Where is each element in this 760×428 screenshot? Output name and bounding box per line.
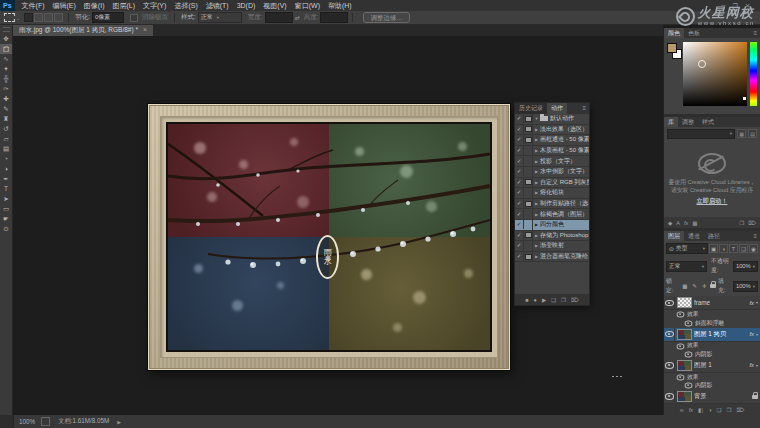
fx-icon[interactable]: fx [684,220,688,226]
launch-now-link[interactable]: 立即启动！ [697,197,728,205]
tab-paths[interactable]: 路径 [704,231,724,241]
action-row[interactable]: ✓ ▶ 渐变映射 [515,241,589,252]
menu-layer[interactable]: 图层(L) [108,0,139,11]
eye-icon[interactable] [677,312,685,318]
lock-move-icon[interactable]: ✛ [700,282,708,291]
dodge-tool[interactable]: ◑ [0,164,12,174]
action-check-icon[interactable]: ✓ [515,241,524,250]
tab-actions[interactable]: 动作 [547,103,567,114]
fx-badge[interactable]: fx [749,331,754,337]
lasso-tool[interactable]: ∿ [0,54,12,64]
action-check-icon[interactable]: ✓ [515,146,524,155]
menu-file[interactable]: 文件(F) [18,0,49,11]
foreground-color-swatch[interactable] [667,43,677,53]
effects-collapse-icon[interactable]: ▾ [756,363,758,368]
feather-input[interactable]: 0像素 [92,12,124,23]
swatch-icon[interactable]: ◆ [668,220,672,226]
action-row[interactable]: ✓ ▶ 淡出效果（选区） [515,125,589,136]
panel-resize-dots-icon[interactable] [611,375,623,378]
action-dialog-toggle[interactable] [524,220,533,230]
filter-toggle-icon[interactable]: ◉ [749,244,758,253]
collapse-icon[interactable]: ▶ [533,169,540,174]
menu-select[interactable]: 选择(S) [170,0,201,11]
panel-menu-icon[interactable]: ≡ [750,28,760,38]
add-selection-button[interactable] [34,13,43,22]
color-cursor-icon[interactable] [698,60,706,68]
eye-icon[interactable] [677,343,685,349]
opacity-input[interactable]: 100% ▾ [733,261,758,272]
list-view-icon[interactable]: ▤ [748,129,757,138]
effects-header-row[interactable]: 效果 [664,373,760,382]
tab-close-icon[interactable]: × [143,24,147,36]
action-row[interactable]: ✓ ▶ 熔化铅块 [515,188,589,199]
shape-tool[interactable]: ▭ [0,204,12,214]
lock-transparency-icon[interactable]: ▦ [681,282,689,291]
height-input[interactable] [320,12,348,23]
layer-thumbnail[interactable] [677,360,692,371]
hue-slider[interactable] [750,42,757,106]
filter-pixel-icon[interactable]: ▣ [709,244,718,253]
collapse-icon[interactable]: ▶ [533,148,540,153]
collapse-icon[interactable]: ▶ [533,159,540,164]
action-check-icon[interactable]: ✓ [515,210,524,219]
tab-channels[interactable]: 通道 [684,231,704,241]
pen-tool[interactable]: ✒ [0,174,12,184]
zoom-level-field[interactable]: 100% [19,418,35,425]
filter-type-icon[interactable]: T [729,244,738,253]
action-check-icon[interactable]: ✓ [515,114,524,123]
action-dialog-toggle[interactable] [524,188,533,198]
zoom-tool[interactable]: ⊙ [0,224,12,234]
subtract-selection-button[interactable] [44,13,53,22]
lock-paint-icon[interactable]: ✎ [691,282,699,291]
eye-icon[interactable] [685,383,693,389]
record-icon[interactable]: ● [534,297,537,303]
visibility-toggle[interactable] [664,390,675,403]
action-row[interactable]: ✓ ▶ 混合器画笔克隆绘... [515,252,589,263]
saturation-brightness-field[interactable] [683,42,747,106]
action-check-icon[interactable]: ✓ [515,220,524,229]
menu-image[interactable]: 图像(I) [80,0,109,11]
quick-selection-tool[interactable]: ✦ [0,64,12,74]
layer-thumbnail[interactable] [677,329,692,340]
new-action-icon[interactable]: ❐ [561,297,566,303]
effect-row-inner-shadow[interactable]: 内阴影 [664,381,760,390]
action-set-row[interactable]: ✓ ▼ 默认动作 [515,114,589,125]
layer-row-frame[interactable]: frame fx ▾ [664,296,760,310]
text-style-icon[interactable]: A [676,220,680,226]
collapse-icon[interactable]: ▶ [533,127,540,132]
crop-tool[interactable]: ╬ [0,74,12,84]
action-row[interactable]: ✓ ▶ 木质画框 - 50 像素 [515,146,589,157]
refine-edge-button[interactable]: 调整边缘… [363,12,410,23]
action-check-icon[interactable]: ✓ [515,231,524,240]
menu-window[interactable]: 窗口(W) [291,0,324,11]
delete-layer-icon[interactable]: ⌦ [736,407,744,413]
visibility-toggle[interactable] [664,328,675,341]
collapse-icon[interactable]: ▶ [533,254,540,259]
move-tool[interactable]: ✥ [0,34,12,44]
layer-mask-icon[interactable]: ◧ [698,407,703,413]
action-check-icon[interactable]: ✓ [515,199,524,208]
effect-row-bevel[interactable]: 斜面和浮雕 [664,319,760,328]
action-row[interactable]: ✓ ▶ 制作剪贴路径（选... [515,199,589,210]
action-dialog-toggle[interactable] [524,241,533,251]
action-dialog-toggle[interactable] [524,146,533,156]
fx-badge[interactable]: fx [749,362,754,368]
menu-type[interactable]: 文字(Y) [139,0,170,11]
active-tool-icon[interactable] [4,13,15,22]
tab-libraries[interactable]: 库 [664,117,678,127]
action-dialog-toggle[interactable] [524,209,533,219]
layer-row-layer1-copy[interactable]: 图层 1 拷贝 fx ▾ [664,328,760,342]
tab-styles[interactable]: 样式 [698,117,718,127]
brush-tool[interactable]: ✎ [0,104,12,114]
new-library-icon[interactable]: ❐ [739,220,744,226]
swap-dimensions-icon[interactable]: ⇄ [295,14,300,21]
tool-preset-caret-icon[interactable]: ⌄ [16,15,20,21]
type-tool[interactable]: T [0,184,12,194]
action-dialog-toggle[interactable] [524,252,533,262]
action-check-icon[interactable]: ✓ [515,178,524,187]
menu-view[interactable]: 视图(V) [259,0,290,11]
fill-input[interactable]: 100% ▾ [733,281,758,292]
collapse-icon[interactable]: ▶ [533,190,540,195]
effects-header-row[interactable]: 效果 [664,342,760,351]
new-set-icon[interactable]: ❑ [551,297,556,303]
